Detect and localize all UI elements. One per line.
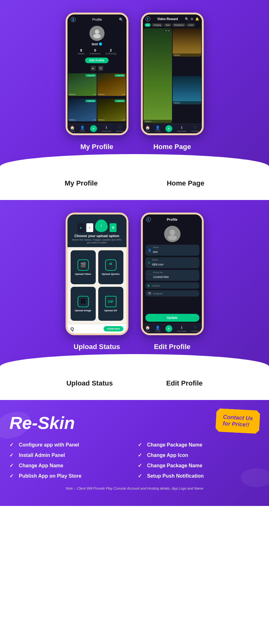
home-vid-2: VidStatus [173,28,201,57]
home-profile-nav-icon: 👤 [155,125,160,130]
instagram-field[interactable]: 📷 Instagram [145,290,199,297]
phone-field[interactable]: 📱 Phone No. 1234567890 [145,270,199,281]
tab-love[interactable]: Love [186,23,195,27]
feature-text-7: Publish App on Play Store [19,473,81,479]
install-now-button[interactable]: Install Now [104,326,123,331]
tab-sad[interactable]: Sad [164,23,171,27]
home-nav-downloads[interactable]: ⬇ Downloads [177,125,187,132]
profile-title: Profile [92,18,102,21]
email-icon: ✉ [148,261,150,264]
home-nav-favorites[interactable]: ♡ Favorites [191,125,199,132]
upload-image-option[interactable]: 🖼 Upload Image [71,287,96,321]
svg-point-2 [169,230,175,235]
home-icon: 🏠 [70,125,75,130]
nav-favorites[interactable]: ♡ Favorites [116,125,124,132]
edit-fields: 👤 Name test ✉ Email t@tt.com [143,243,202,312]
vid-status-1: VidStatus [143,120,172,123]
upload-gif-icon: GIF [105,296,116,307]
upload-quotes-option[interactable]: ❝ Upload Quotes [98,250,123,284]
section2-phones: ✕ ▶ ≡ 🖼 Choose your upload option Select… [0,200,269,370]
search-top-icon[interactable]: 🔍 [185,17,189,21]
thumb-overlay-4: VidStatus ♥ 0 [97,118,126,121]
q-logo: Q [71,326,74,331]
upload-cloud-icon [95,219,108,232]
home-page-section-label: Home Page [167,179,204,187]
edit-home-icon: 🏠 [145,325,150,330]
nav-add-button[interactable]: + [90,125,97,132]
home-screen: 👤 Video Reward 🔍 ⚙ 🔔 All Singing Sad Rom… [143,14,202,133]
upload-gif-option[interactable]: GIF Upload Gif [98,287,123,321]
my-profile-label: My Profile [80,143,113,151]
tab-singing[interactable]: Singing [152,23,163,27]
feature-text-8: Setup Push Notification [147,473,204,479]
youtube-field[interactable]: ▶ Youtube [145,282,199,289]
edit-nav-add[interactable]: + [165,325,172,332]
edit-nav-profile[interactable]: 👤 Profile [155,325,160,332]
upload-bottom-bar: Q Install Now [67,324,126,333]
mini-doc-teal: 🖼 [110,223,116,232]
upload-status-phone: ✕ ▶ ≡ 🖼 Choose your upload option Select… [66,213,128,335]
check-icon-6: ✓ [138,463,144,469]
home-nav-profile[interactable]: 👤 Profile [155,125,160,132]
username-display: test ✓ [92,42,102,46]
edit-profile-button[interactable]: Edit Profile [85,58,109,63]
edit-nav-downloads[interactable]: ⬇ Downloads [177,325,187,332]
video-thumb-4: ✓ Approved VidStatus ♥ 0 [97,99,126,121]
upload-image-label: Upload Image [75,309,91,312]
home-topbar: 👤 Video Reward 🔍 ⚙ 🔔 [143,14,202,22]
svg-point-1 [93,34,101,38]
approved-badge-1: ✓ Approved [85,74,96,77]
edit-profile-wrapper: 👤 Profile 👤 Name test [141,213,204,351]
upload-header: ▶ ≡ 🖼 Choose your upload option Select t… [67,214,126,247]
notification-icon[interactable]: 🔔 [195,17,199,21]
profile-icon: 👤 [71,17,76,22]
update-button[interactable]: Update [145,314,199,322]
settings-icon[interactable]: ⚙ [191,17,193,21]
phone-label: Phone No. [153,271,169,274]
upload-status-section-label: Upload Status [66,379,113,387]
nav-profile[interactable]: 👤 Profile [80,125,85,132]
upload-subtitle: Select the Videos, Images, Quotes and GI… [71,238,123,244]
home-nav-home[interactable]: 🏠 Home [145,125,150,132]
edit-nav-favorites[interactable]: ♡ Favorites [191,325,199,332]
topbar-icons: 🔍 ⚙ 🔔 [185,17,199,21]
upload-video-option[interactable]: 🎬 Upload Video [71,250,96,284]
name-field[interactable]: 👤 Name test [145,245,199,256]
bottom-nav-home: 🏠 Home 👤 Profile + ⬇ Downloads ♡ Favor [143,124,202,133]
downloads-icon: ⬇ [105,125,108,130]
contact-badge-container: Contact Us for Price!! [216,409,260,433]
search-icon: 🔍 [119,18,123,22]
contact-badge: Contact Us for Price!! [215,408,260,434]
email-field[interactable]: ✉ Email t@tt.com [145,257,199,268]
phone-icon: 📱 [148,274,151,277]
email-label: Email [152,259,164,261]
home-vid-1: 👁 40 VidStatus [143,28,172,123]
feature-text-2: Change Package Name [147,442,202,448]
nav-downloads[interactable]: ⬇ Downloads [102,125,111,132]
upload-status-label: Upload Status [74,343,120,351]
home-nav-add[interactable]: + [165,125,172,132]
mini-doc-dark: ▶ [78,223,84,232]
feature-install-panel: ✓ Install Admin Panel [9,451,132,459]
edit-profile-label: Edit Profile [154,343,190,351]
verified-badge: ✓ [99,42,102,46]
profile-screen: 👤 Profile 🔍 test ✓ 8 [67,14,126,133]
check-icon-2: ✓ [138,442,144,448]
nav-home[interactable]: 🏠 Home [70,125,75,132]
decorative-blob-right [241,468,269,487]
approved-badge-3: ✓ Approved [85,100,96,102]
thumb-overlay-3: VidStatus ♥ 0 [68,118,97,121]
upload-status-wrapper: ✕ ▶ ≡ 🖼 Choose your upload option Select… [66,213,128,351]
home-video-grid: 👁 40 VidStatus VidStatus VidStatus [143,28,202,124]
vid-views-1: 👁 40 [164,30,170,32]
edit-nav-home[interactable]: 🏠 Home [145,325,150,332]
upload-quotes-icon: ❝ [105,259,116,271]
feature-configure: ✓ Configure app with Panel [9,441,132,449]
instagram-label: Instagram [153,292,163,295]
video-thumb-3: ✓ Approved VidStatus ♥ 0 [68,99,97,121]
name-label: Name [153,246,159,248]
reskin-header: Re-Skin Contact Us for Price!! [9,413,260,433]
tab-all[interactable]: All [145,23,151,27]
tab-romance[interactable]: Romance [172,23,186,27]
edit-profile-phone: 👤 Profile 👤 Name test [141,213,204,335]
